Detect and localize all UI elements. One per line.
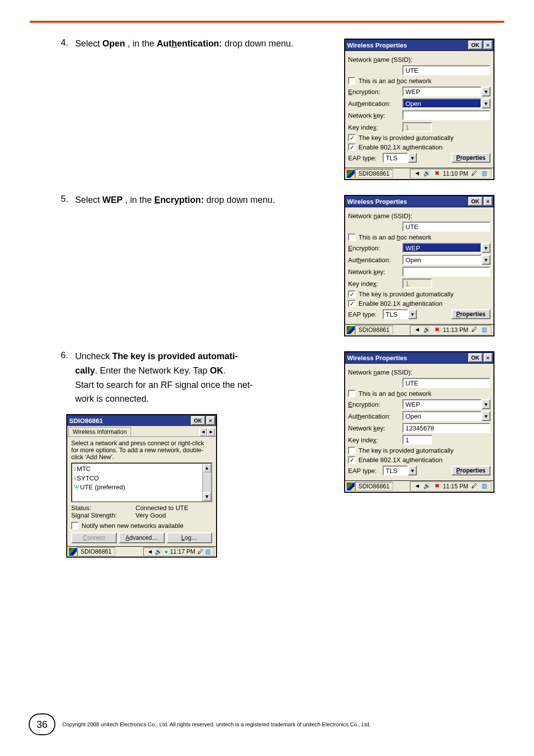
ok-button[interactable]: OK xyxy=(468,197,483,206)
taskbar-app[interactable]: SDIO86861 xyxy=(355,482,393,491)
step-5-number: 5. xyxy=(49,194,75,204)
connect-button[interactable]: Connect xyxy=(71,532,117,543)
help-text: Select a network and press connect or ri… xyxy=(71,440,212,461)
tabstrip: Wireless Information ◄ ► xyxy=(67,426,216,437)
close-button[interactable]: × xyxy=(206,416,215,425)
eap-type-dropdown[interactable]: TLS xyxy=(383,309,408,319)
start-icon[interactable] xyxy=(346,482,355,491)
step-6-text: Uncheck The key is provided automati- ca… xyxy=(75,350,338,407)
ssid-label: Network name (SSID): xyxy=(348,369,412,376)
network-key-input[interactable] xyxy=(402,110,490,120)
network-key-label: Network key: xyxy=(348,112,402,119)
authentication-label: Authentication: xyxy=(348,256,402,264)
copyright: Copyright 2008 unitech Electronics Co., … xyxy=(62,721,371,727)
s5-c: drop down menu. xyxy=(206,195,275,205)
signal-label: Signal Strength: xyxy=(71,512,135,519)
chevron-down-icon[interactable]: ▼ xyxy=(482,243,490,253)
step-6-number: 6. xyxy=(49,350,75,361)
tab-right-icon[interactable]: ► xyxy=(207,427,215,436)
eap-type-dropdown[interactable]: TLS xyxy=(383,466,408,475)
notify-checkbox[interactable]: Notify when new networks available xyxy=(71,522,212,529)
chevron-down-icon[interactable]: ▼ xyxy=(408,153,417,163)
ok-button[interactable]: OK xyxy=(468,353,483,362)
adhoc-checkbox[interactable]: This is an ad hoc network xyxy=(348,234,490,241)
step4-b: , in the xyxy=(128,39,157,48)
start-icon[interactable] xyxy=(346,169,355,178)
properties-button[interactable]: Properties xyxy=(451,309,490,319)
advanced-button[interactable]: Advanced… xyxy=(119,532,164,543)
taskbar-app[interactable]: SDIO86861 xyxy=(77,547,115,556)
list-item[interactable]: ISYTCO xyxy=(74,474,209,483)
ssid-input[interactable]: UTE xyxy=(402,378,490,388)
key-auto-checkbox[interactable]: ✓The key is provided automatically xyxy=(348,290,490,298)
encryption-dropdown[interactable]: WEP xyxy=(402,399,482,409)
chevron-down-icon[interactable]: ▼ xyxy=(482,87,490,96)
network-key-input[interactable]: 12345678 xyxy=(402,423,490,433)
enable-8021x-checkbox[interactable]: ✓Enable 802.1X authentication xyxy=(348,456,490,464)
tray-time: ◄🔊✖11:10 PM🖊▥ xyxy=(410,169,491,179)
step-6-row: 6. Uncheck The key is provided automati-… xyxy=(49,350,494,558)
tray-time: ◄🔊✖11:15 PM🖊▥ xyxy=(410,481,491,491)
list-item[interactable]: ΨUTE (preferred) xyxy=(74,483,209,492)
sdio-wireless-info-window: SDIO86861 OK × Wireless Information ◄ ► … xyxy=(66,414,217,558)
start-icon[interactable] xyxy=(68,547,77,556)
ok-button[interactable]: OK xyxy=(468,41,483,49)
chevron-down-icon[interactable]: ▼ xyxy=(482,411,490,421)
chevron-down-icon[interactable]: ▼ xyxy=(482,98,490,108)
encryption-dropdown[interactable]: WEP xyxy=(402,243,482,253)
chevron-down-icon[interactable]: ▼ xyxy=(482,399,490,409)
adhoc-checkbox[interactable]: This is an ad hoc network xyxy=(348,77,490,85)
encryption-dropdown[interactable]: WEP xyxy=(402,87,482,96)
key-index-input: 1 xyxy=(402,122,432,132)
chevron-down-icon[interactable]: ▼ xyxy=(482,255,490,265)
ssid-input[interactable]: UTE xyxy=(402,65,490,75)
close-button[interactable]: × xyxy=(484,41,492,49)
log-button[interactable]: Log… xyxy=(167,532,212,543)
antenna-icon: Ψ xyxy=(74,484,80,491)
authentication-dropdown[interactable]: Open xyxy=(402,255,482,265)
step-4-text: Select Open , in the Authentication: dro… xyxy=(75,38,338,52)
properties-button[interactable]: Properties xyxy=(451,466,490,475)
eap-type-label: EAP type: xyxy=(348,154,383,162)
network-key-input[interactable] xyxy=(402,267,490,277)
step4-a: Select xyxy=(75,39,102,48)
step-4-row: 4. Select Open , in the Authentication: … xyxy=(49,38,494,180)
key-index-label: Key index: xyxy=(348,280,402,287)
close-button[interactable]: × xyxy=(484,197,492,206)
ok-button[interactable]: OK xyxy=(191,416,205,425)
key-auto-checkbox[interactable]: ✓The key is provided automatically xyxy=(348,134,490,142)
s6-b: The key is provided automati- xyxy=(112,351,238,361)
enable-8021x-checkbox[interactable]: ✓Enable 802.1X authentication xyxy=(348,143,490,151)
dlg3-statusbar: SDIO86861 ◄🔊✖11:15 PM🖊▥ xyxy=(345,480,493,492)
tab-wireless-info[interactable]: Wireless Information xyxy=(68,427,131,436)
chevron-down-icon[interactable]: ▼ xyxy=(408,309,417,319)
s6-e: . xyxy=(223,366,226,376)
list-item[interactable]: IMTC xyxy=(74,465,209,473)
key-index-input[interactable]: 1 xyxy=(402,435,432,445)
encryption-label: Encryption: xyxy=(348,244,402,252)
authentication-dropdown[interactable]: Open xyxy=(402,411,482,421)
s5-b: , in the xyxy=(125,195,154,205)
sdio-statusbar: SDIO86861 ◄🔊●11:17 PM🖊▥ xyxy=(67,546,216,557)
step-5-row: 5. Select WEP , in the Encryption: drop … xyxy=(49,194,494,336)
enable-8021x-checkbox[interactable]: ✓Enable 802.1X authentication xyxy=(348,300,490,307)
key-auto-checkbox[interactable]: The key is provided automatically xyxy=(348,447,490,454)
eap-type-dropdown[interactable]: TLS xyxy=(383,153,408,163)
taskbar-app[interactable]: SDIO86861 xyxy=(355,326,393,334)
properties-button[interactable]: Properties xyxy=(451,153,490,163)
network-list[interactable]: IMTC ISYTCO ΨUTE (preferred) ▲▼ xyxy=(71,463,212,502)
s6-c: cally xyxy=(75,366,95,376)
ssid-label: Network name (SSID): xyxy=(348,56,412,63)
taskbar-app[interactable]: SDIO86861 xyxy=(355,169,393,178)
start-icon[interactable] xyxy=(346,326,355,334)
authentication-dropdown[interactable]: Open xyxy=(402,98,482,108)
adhoc-checkbox[interactable]: This is an ad hoc network xyxy=(348,390,490,397)
list-scrollbar[interactable]: ▲▼ xyxy=(202,464,211,501)
step4-auth-u: h xyxy=(172,39,177,48)
ssid-input[interactable]: UTE xyxy=(402,222,490,232)
tab-left-icon[interactable]: ◄ xyxy=(199,427,207,436)
signal-value: Very Good xyxy=(135,512,166,519)
close-button[interactable]: × xyxy=(484,353,492,362)
status-label: Status: xyxy=(71,504,135,512)
chevron-down-icon[interactable]: ▼ xyxy=(408,466,417,475)
